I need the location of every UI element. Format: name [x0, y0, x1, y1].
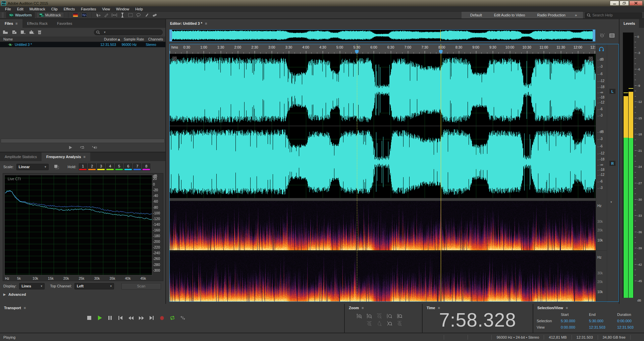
workspace-radio-production[interactable]: Radio Production — [531, 13, 571, 17]
overview-navigator[interactable] — [169, 29, 595, 42]
scale-dropdown[interactable]: Linear▾ — [16, 164, 49, 170]
menu-window[interactable]: Window — [113, 7, 132, 11]
minimize-button[interactable] — [610, 1, 619, 6]
panel-menu-icon[interactable]: ≡ — [362, 306, 364, 310]
column-sample-rate[interactable]: Sample Rate — [121, 37, 147, 41]
overview-waveform-canvas[interactable] — [170, 30, 594, 41]
menu-file[interactable]: File — [2, 7, 14, 11]
hold-button-3[interactable]: 3 — [97, 163, 105, 170]
preview-loop-button[interactable] — [80, 145, 85, 149]
zoom-reset-button[interactable] — [396, 321, 402, 326]
column-duration[interactable]: Duration▲ — [96, 37, 121, 41]
scan-button[interactable]: Scan — [121, 283, 161, 289]
files-list-empty-area[interactable] — [0, 47, 165, 139]
sv-view-end[interactable]: 12:31.503 — [589, 325, 617, 329]
skip-selection-button[interactable] — [179, 315, 186, 321]
file-row-untitled-3[interactable]: Untitled 3 * 12:31.503 96000 Hz Stereo — [0, 42, 165, 47]
close-button[interactable] — [629, 1, 643, 6]
sv-selection-duration[interactable]: 0:00.000 — [617, 319, 644, 323]
right-channel-badge[interactable]: R — [609, 161, 615, 166]
display-dropdown[interactable]: Lines▾ — [19, 283, 45, 289]
zoom-selection-centered-button[interactable] — [376, 321, 382, 326]
files-horizontal-scrollbar[interactable] — [1, 139, 165, 143]
editor-view-list-icon[interactable] — [609, 33, 614, 38]
hold-button-2[interactable]: 2 — [88, 163, 96, 170]
menu-favorites[interactable]: Favorites — [78, 7, 99, 11]
zoom-in-amplitude-button[interactable] — [356, 313, 362, 319]
hold-button-6[interactable]: 6 — [124, 163, 132, 170]
hold-button-1[interactable]: 1 — [79, 163, 87, 170]
show-waveform-button[interactable] — [80, 12, 88, 18]
column-name[interactable]: Name — [0, 37, 96, 41]
zoom-out-full-button[interactable] — [376, 313, 382, 319]
export-file-button[interactable] — [29, 30, 34, 34]
waveform-display[interactable] — [170, 54, 596, 198]
overview-right-handle[interactable] — [593, 30, 595, 41]
level-meters[interactable]: dB 0-3-6-9-12-15-18-21-24-27-30-33-36-39… — [622, 30, 643, 302]
workspace-default[interactable]: Default — [464, 13, 488, 17]
hold-button-8[interactable]: 8 — [142, 163, 150, 170]
lasso-selection-tool-icon[interactable] — [135, 12, 142, 18]
rewind-button[interactable] — [127, 315, 135, 321]
panel-menu-icon[interactable]: ≡ — [438, 306, 440, 310]
zoom-selection-right-button[interactable] — [386, 321, 392, 326]
preview-play-button[interactable] — [69, 146, 72, 149]
menu-view[interactable]: View — [99, 7, 113, 11]
menu-multitrack[interactable]: Multitrack — [26, 7, 48, 11]
hold-button-5[interactable]: 5 — [115, 163, 123, 170]
panel-menu-icon[interactable]: ≡ — [84, 155, 86, 159]
overview-left-handle[interactable] — [170, 30, 172, 41]
tab-favorites[interactable]: Favorites — [52, 19, 77, 28]
loop-playback-button[interactable] — [169, 315, 176, 321]
column-channels[interactable]: Channels — [147, 37, 164, 41]
menu-help[interactable]: Help — [132, 7, 146, 11]
tab-levels[interactable]: Levels — [620, 19, 639, 28]
sv-view-duration[interactable]: 12:31.503 — [617, 325, 644, 329]
tab-amplitude-statistics[interactable]: Amplitude Statistics — [0, 152, 42, 161]
spot-healing-brush-icon[interactable] — [151, 12, 158, 18]
tab-effects-rack[interactable]: Effects Rack — [22, 19, 53, 28]
files-search-box[interactable]: ▾ — [94, 29, 163, 35]
search-help-input[interactable] — [592, 13, 633, 17]
hold-button-4[interactable]: 4 — [106, 163, 114, 170]
zoom-in-left-button[interactable] — [386, 313, 392, 319]
zoom-selection-left-button[interactable] — [366, 321, 372, 326]
stop-button[interactable] — [86, 315, 93, 321]
menu-edit[interactable]: Edit — [14, 7, 26, 11]
import-file-button[interactable] — [11, 30, 17, 34]
preview-auto-play-button[interactable] — [92, 146, 97, 149]
record-button[interactable] — [158, 315, 166, 321]
workspace-overflow-button[interactable]: » — [572, 13, 580, 17]
top-left-grip[interactable] — [172, 57, 177, 61]
pause-button[interactable] — [106, 315, 114, 321]
paintbrush-tool-icon[interactable] — [143, 12, 150, 18]
panel-menu-icon[interactable]: ≡ — [566, 306, 568, 310]
menu-clip[interactable]: Clip — [48, 7, 61, 11]
marquee-selection-tool-icon[interactable] — [127, 12, 134, 18]
spectral-options-arrow[interactable]: ▾ — [610, 200, 612, 204]
spectral-display[interactable] — [170, 201, 596, 301]
time-display[interactable]: 7:58.328 — [439, 309, 516, 331]
sv-selection-start[interactable]: 5:30.000 — [561, 319, 589, 323]
search-help-box[interactable] — [585, 12, 642, 18]
left-channel-badge[interactable]: L — [609, 89, 615, 94]
open-file-button[interactable] — [3, 30, 8, 34]
workspace-edit-audio-to-video[interactable]: Edit Audio to Video — [488, 13, 531, 17]
multitrack-view-button[interactable]: Multitrack — [36, 12, 64, 18]
frequency-graph[interactable]: Live CTI dB200-20-40-60-80-100-120-140-1… — [3, 173, 163, 281]
panel-menu-icon[interactable]: ≡ — [24, 306, 26, 310]
top-right-grip[interactable] — [589, 57, 593, 61]
tab-frequency-analysis[interactable]: Frequency Analysis≡ — [42, 152, 90, 161]
frequency-plot-canvas[interactable] — [4, 175, 152, 275]
copy-graph-button[interactable] — [54, 164, 59, 169]
top-channel-dropdown[interactable]: Left▾ — [74, 283, 114, 289]
panel-menu-icon[interactable]: ≡ — [205, 21, 207, 25]
wave-spectro-divider[interactable] — [170, 198, 596, 201]
hold-button-7[interactable]: 7 — [133, 163, 141, 170]
spectrogram-canvas[interactable] — [170, 201, 596, 301]
slip-tool-icon[interactable] — [111, 12, 118, 18]
zoom-in-right-button[interactable] — [396, 313, 402, 319]
panel-menu-icon[interactable]: ≡ — [15, 21, 17, 25]
tab-files[interactable]: Files≡ — [0, 19, 22, 28]
razor-tool-icon[interactable] — [103, 12, 110, 18]
